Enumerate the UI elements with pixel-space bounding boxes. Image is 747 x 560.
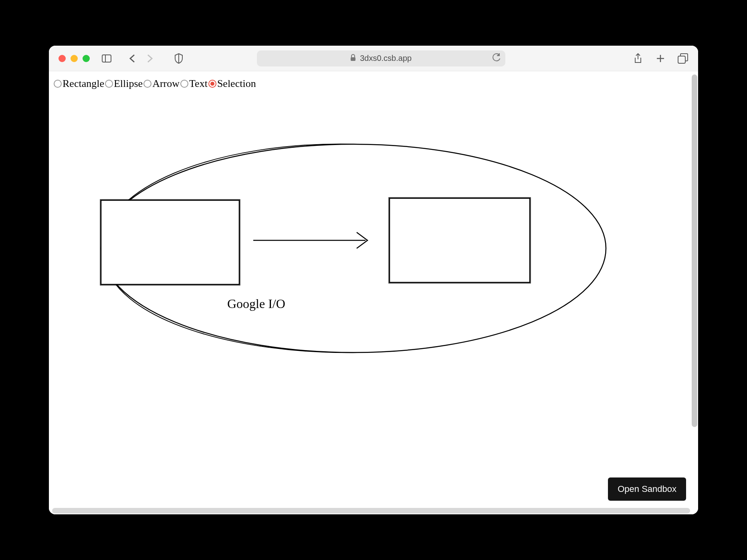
url-bar[interactable]: 3dxs0.csb.app [257,50,505,66]
open-sandbox-button[interactable]: Open Sandbox [608,477,686,501]
horizontal-scrollbar[interactable] [52,508,690,514]
browser-window: 3dxs0.csb.app [49,46,698,514]
tool-label: Arrow [152,78,180,90]
refresh-icon[interactable] [493,53,501,64]
shield-icon[interactable] [173,53,184,64]
url-text: 3dxs0.csb.app [360,54,412,63]
right-toolbar-icons [632,53,688,64]
tool-selector: Rectangle Ellipse Arrow Text Selection [49,71,698,96]
tool-label: Text [189,78,208,90]
canvas-svg [49,96,690,417]
nav-arrows [127,53,155,64]
minimize-window-button[interactable] [71,55,78,62]
vertical-scrollbar[interactable] [692,75,697,427]
radio-selection[interactable] [208,80,216,88]
tool-label: Selection [217,78,256,90]
share-icon[interactable] [632,53,644,64]
svg-rect-0 [102,55,111,62]
page-content: Rectangle Ellipse Arrow Text Selection [49,71,698,514]
tool-text[interactable]: Text [180,78,208,90]
sidebar-toggle-icon[interactable] [101,53,112,64]
browser-chrome: 3dxs0.csb.app [49,46,698,71]
maximize-window-button[interactable] [83,55,90,62]
tool-arrow[interactable]: Arrow [143,78,180,90]
drawing-canvas[interactable]: Google I/O [49,96,698,417]
svg-rect-3 [351,57,355,61]
tabs-overview-icon[interactable] [677,53,688,64]
lock-icon [350,54,356,63]
tool-label: Rectangle [63,78,104,90]
tool-rectangle[interactable]: Rectangle [54,78,104,90]
canvas-rectangle-right[interactable] [390,198,530,282]
radio-ellipse[interactable] [105,80,113,88]
radio-arrow[interactable] [143,80,151,88]
radio-rectangle[interactable] [54,80,62,88]
tool-label: Ellipse [114,78,143,90]
forward-button[interactable] [144,53,155,64]
radio-text[interactable] [180,80,188,88]
window-controls [59,55,90,62]
canvas-text-label[interactable]: Google I/O [227,296,285,311]
close-window-button[interactable] [59,55,66,62]
new-tab-icon[interactable] [655,53,666,64]
canvas-rectangle-left[interactable] [101,200,239,284]
svg-rect-6 [678,56,685,63]
back-button[interactable] [127,53,138,64]
tool-ellipse[interactable]: Ellipse [105,78,143,90]
tool-selection[interactable]: Selection [208,78,256,90]
